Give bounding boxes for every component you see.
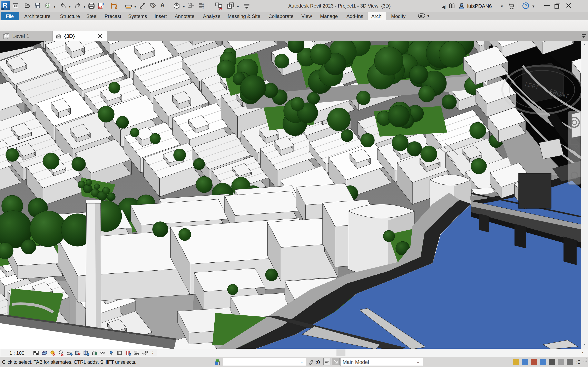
svg-text:?: ? [525, 3, 527, 8]
svg-text:PDF: PDF [99, 6, 103, 8]
svg-text:1: 1 [153, 5, 154, 8]
